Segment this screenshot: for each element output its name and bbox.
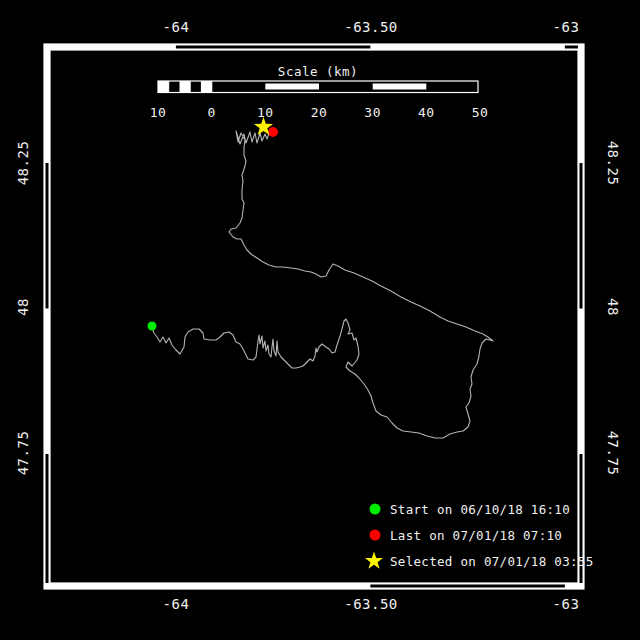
map-canvas: -64 -63.50 -63 -64 -63.50 -63 48.25 48 4…: [0, 0, 640, 640]
lon-tick-label: -63: [553, 19, 580, 35]
scale-num: 30: [364, 105, 381, 120]
scale-num: 40: [418, 105, 435, 120]
legend-last-dot-icon: [370, 530, 381, 541]
track-path: [152, 131, 493, 438]
scale-bar: Scale (km) 10 0 10 20 30 40 50: [150, 64, 489, 120]
lat-tick-label: 48.25: [605, 141, 621, 186]
scale-num: 20: [311, 105, 328, 120]
lon-tick-label: -63.50: [344, 19, 398, 35]
legend: Start on 06/10/18 16:10 Last on 07/01/18…: [365, 502, 594, 569]
last-marker: [268, 127, 278, 137]
lon-tick-label: -63.50: [344, 596, 398, 612]
scale-num: 10: [257, 105, 274, 120]
scale-num: 10: [150, 105, 167, 120]
scale-bar-title: Scale (km): [278, 64, 358, 79]
lon-axis-bottom: -64 -63.50 -63: [163, 596, 580, 612]
legend-last-label: Last on 07/01/18 07:10: [390, 528, 562, 543]
lat-tick-label: 47.75: [605, 431, 621, 476]
lat-axis-left: 48.25 48 47.75: [15, 141, 31, 476]
scale-num: 50: [472, 105, 489, 120]
lon-tick-label: -63: [553, 596, 580, 612]
lon-tick-label: -64: [163, 19, 190, 35]
lat-tick-label: 48: [605, 298, 621, 316]
legend-selected-label: Selected on 07/01/18 03:55: [390, 554, 593, 569]
legend-start-dot-icon: [370, 504, 381, 515]
lat-tick-label: 48: [15, 298, 31, 316]
scale-bar-check: [201, 81, 212, 93]
map-markers: [148, 117, 279, 331]
start-marker: [148, 322, 157, 331]
map-window: -64 -63.50 -63 -64 -63.50 -63 48.25 48 4…: [0, 0, 640, 640]
scale-bar-check: [180, 81, 191, 93]
scale-bar-check: [158, 81, 169, 93]
lon-axis-top: -64 -63.50 -63: [163, 19, 580, 35]
lat-tick-label: 47.75: [15, 431, 31, 476]
scale-bar-segment: [373, 84, 427, 90]
scale-bar-numbers: 10 0 10 20 30 40 50: [150, 105, 489, 120]
legend-selected-star-icon: [365, 552, 383, 569]
lon-tick-label: -64: [163, 596, 190, 612]
scale-num: 0: [208, 105, 216, 120]
lat-tick-label: 48.25: [15, 141, 31, 186]
scale-bar-segment: [265, 84, 319, 90]
legend-start-label: Start on 06/10/18 16:10: [390, 502, 570, 517]
lat-axis-right: 48.25 48 47.75: [605, 141, 621, 476]
